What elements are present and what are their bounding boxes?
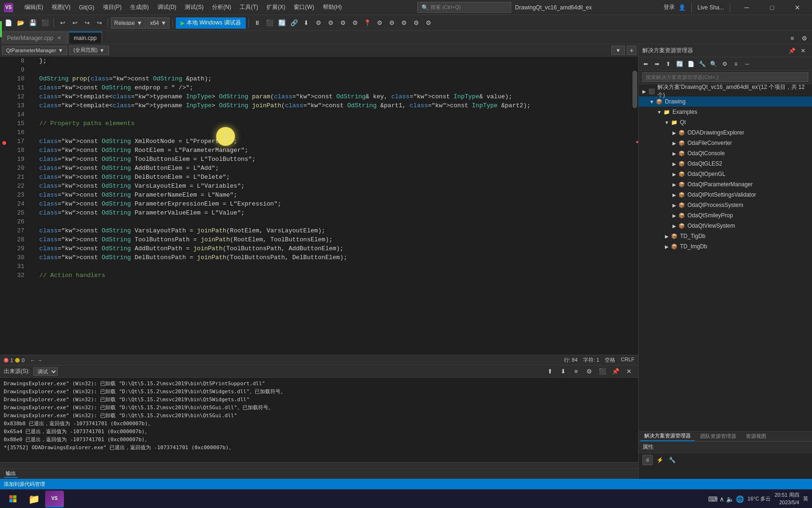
output-content[interactable]: DrawingsExplorer.exe" (Win32): 已卸载 "D:\Q…	[0, 378, 638, 462]
menu-project[interactable]: 项目(P)	[99, 1, 125, 13]
taskbar-explorer[interactable]: 📁	[24, 491, 43, 508]
tree-item-td_tigdb[interactable]: ▶ 📦 TD_TigDb	[639, 231, 812, 241]
step-btn[interactable]: ⬇	[301, 17, 312, 29]
vs-icon[interactable]: VS	[4, 3, 13, 12]
tool4-btn[interactable]: ⚙	[325, 17, 336, 29]
tree-item-odaqtconsole[interactable]: ▶ 📦 OdaQtConsole	[639, 148, 812, 159]
taskbar-start[interactable]	[4, 491, 23, 508]
tab-solution-explorer[interactable]: 解决方案资源管理器	[640, 431, 695, 441]
menu-tools[interactable]: 工具(T)	[236, 1, 262, 13]
redo-btn2[interactable]: ↪	[94, 17, 105, 29]
tool12-btn[interactable]: ⚙	[423, 17, 434, 29]
tool6-btn[interactable]: ⚙	[350, 17, 361, 29]
tree-item-odaqtviewsystem[interactable]: ▶ 📦 OdaQtViewSystem	[639, 221, 812, 231]
new-file-btn[interactable]: 📄	[3, 17, 14, 29]
maximize-btn[interactable]: □	[761, 0, 783, 15]
tool11-btn[interactable]: ⚙	[411, 17, 422, 29]
menu-debug[interactable]: 调试(D)	[154, 1, 180, 13]
code-content[interactable]: }; OdString prop(class="kw">const OdStri…	[27, 56, 632, 355]
tree-item-qt[interactable]: ▼ 📁 Qt	[639, 117, 812, 127]
output-pin-btn[interactable]: 📌	[610, 366, 621, 377]
output-btn1[interactable]: ⬆	[544, 366, 555, 377]
menu-window[interactable]: 窗口(W)	[290, 1, 318, 13]
menu-view[interactable]: 视图(V)	[48, 1, 74, 13]
login-btn[interactable]: 登录	[664, 3, 675, 11]
output-close-btn[interactable]: ✕	[623, 366, 634, 377]
tab-resource-view[interactable]: 资源视图	[742, 432, 770, 441]
tool3-btn[interactable]: ⚙	[313, 17, 324, 29]
pause-btn[interactable]: ⏸	[252, 17, 263, 29]
tool10-btn[interactable]: ⚙	[398, 17, 410, 29]
sol-btn9[interactable]: ≡	[731, 59, 741, 69]
tab-team-explorer[interactable]: 团队资源管理器	[696, 432, 740, 441]
tab-output[interactable]: 输出	[4, 470, 18, 478]
restart-btn[interactable]: 🔄	[276, 17, 288, 29]
output-btn2[interactable]: ⬇	[557, 366, 569, 377]
menu-build[interactable]: 生成(B)	[126, 1, 153, 13]
tree-item-odafileconverter[interactable]: ▶ 📦 OdaFileConverter	[639, 138, 812, 148]
nav-back-btn[interactable]: ←	[30, 357, 35, 363]
vertical-scrollbar[interactable]	[632, 56, 638, 355]
save-btn[interactable]: 💾	[27, 17, 39, 29]
sol-btn3[interactable]: ⬆	[663, 59, 673, 69]
status-add-code[interactable]: 添加到源代码管理	[4, 481, 45, 488]
tree-item-odaqtparametermanager[interactable]: ▶ 📦 OdaQtParameterManager	[639, 179, 812, 190]
menu-git[interactable]: Git(G)	[75, 2, 98, 13]
tree-item-examples[interactable]: ▼ 📁 Examples	[639, 107, 812, 117]
menu-extensions[interactable]: 扩展(X)	[263, 1, 289, 13]
output-btn4[interactable]: ⚙	[584, 366, 595, 377]
tool5-btn[interactable]: ⚙	[337, 17, 349, 29]
minimize-btn[interactable]: ─	[736, 0, 757, 15]
menu-help[interactable]: 帮助(H)	[319, 1, 346, 13]
sol-btn1[interactable]: ⬅	[640, 59, 651, 69]
redo-btn[interactable]: ↪	[81, 17, 93, 29]
save-all-btn[interactable]: ⬛	[39, 17, 51, 29]
output-btn5[interactable]: ⬛	[597, 366, 608, 377]
tool7-btn[interactable]: 📍	[362, 17, 373, 29]
panel-close-btn[interactable]: ✕	[798, 46, 808, 56]
breadcrumb-plus[interactable]: +	[627, 46, 636, 55]
sol-btn6[interactable]: 🔧	[697, 59, 707, 69]
tool9-btn[interactable]: ⚙	[386, 17, 398, 29]
run-btn[interactable]: ▶ 本地 Windows 调试器	[176, 17, 245, 29]
sol-btn8[interactable]: ⚙	[719, 59, 730, 69]
tree-item-odaqtopengl[interactable]: ▶ 📦 OdaQtOpenGL	[639, 169, 812, 179]
error-status[interactable]: ✕ 1 ! 0 ← →	[4, 357, 42, 363]
attach-btn[interactable]: 🔗	[289, 17, 300, 29]
breadcrumb-namespace[interactable]: QtParameterManager ▼	[2, 46, 67, 55]
sol-btn10[interactable]: ─	[742, 59, 752, 69]
output-btn3[interactable]: ≡	[570, 366, 582, 377]
tab-main[interactable]: main.cpp	[69, 32, 102, 44]
live-share-btn[interactable]: Live Sha...	[697, 4, 724, 11]
solution-search-input[interactable]	[642, 72, 808, 82]
menu-analyze[interactable]: 分析(N)	[208, 1, 235, 13]
tool8-btn[interactable]: ⚙	[374, 17, 385, 29]
title-search[interactable]: 🔍 搜索 (Ctrl+Q)	[417, 2, 511, 13]
undo-btn2[interactable]: ↩	[69, 17, 80, 29]
open-btn[interactable]: 📂	[15, 17, 26, 29]
prop-btn2[interactable]: ⚡	[655, 455, 665, 465]
sol-btn2[interactable]: ➡	[652, 59, 662, 69]
undo-btn[interactable]: ↩	[57, 17, 68, 29]
scrollbar-thumb[interactable]	[632, 71, 637, 108]
tab-petermanager-close[interactable]: ✕	[56, 35, 62, 41]
breadcrumb-right-item[interactable]: ▼	[611, 46, 625, 55]
tree-item-odadrawingsexplorer[interactable]: ▶ 📦 ODADrawingsExplorer	[639, 127, 812, 138]
menu-edit[interactable]: 编辑(E)	[21, 1, 47, 13]
prop-btn3[interactable]: 🔧	[667, 455, 677, 465]
platform-dropdown[interactable]: x64 ▼	[147, 17, 170, 29]
close-btn[interactable]: ✕	[787, 0, 808, 15]
nav-fwd-btn[interactable]: →	[37, 357, 42, 363]
stop-btn[interactable]: ⬛	[264, 17, 275, 29]
sol-btn7[interactable]: 🔍	[708, 59, 718, 69]
tree-item-odaqtprocesssystem[interactable]: ▶ 📦 OdaQtProcessSystem	[639, 200, 812, 210]
tree-item-td_imgdb[interactable]: ▶ 📦 TD_ImgDb	[639, 241, 812, 252]
code-editor[interactable]: 8910111213141516171819202122232425262728…	[0, 56, 638, 355]
profile-icon[interactable]: 👤	[679, 4, 686, 11]
config-dropdown[interactable]: Release ▼	[111, 17, 146, 29]
menu-test[interactable]: 测试(S)	[181, 1, 207, 13]
tree-item-odaqtplotsettingsvalidator[interactable]: ▶ 📦 OdaQtPlotSettingsValidator	[639, 190, 812, 200]
prop-btn1[interactable]: ≡	[642, 455, 653, 465]
panel-pin-btn[interactable]: 📌	[787, 46, 797, 56]
taskbar-vs[interactable]: VS	[45, 491, 64, 508]
